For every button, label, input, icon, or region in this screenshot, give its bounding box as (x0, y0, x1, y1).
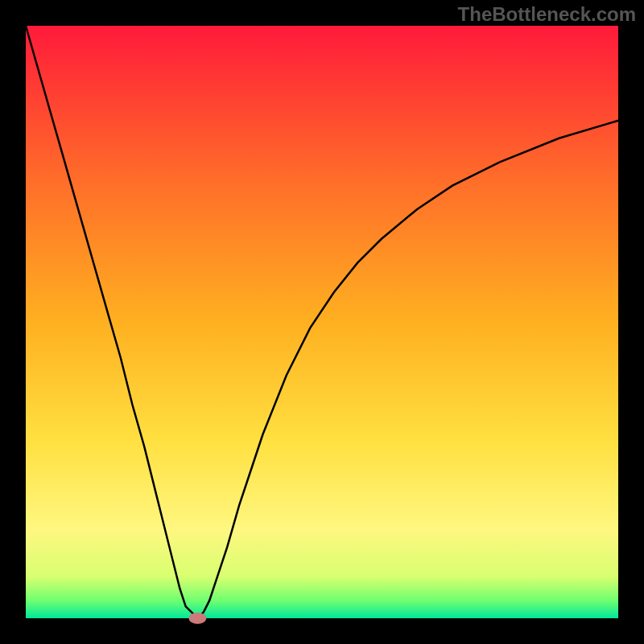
chart-container: TheBottleneck.com (0, 0, 644, 644)
bottleneck-chart (0, 0, 644, 644)
plot-area (26, 26, 618, 618)
minimum-marker (188, 613, 206, 624)
watermark-text: TheBottleneck.com (458, 3, 636, 26)
